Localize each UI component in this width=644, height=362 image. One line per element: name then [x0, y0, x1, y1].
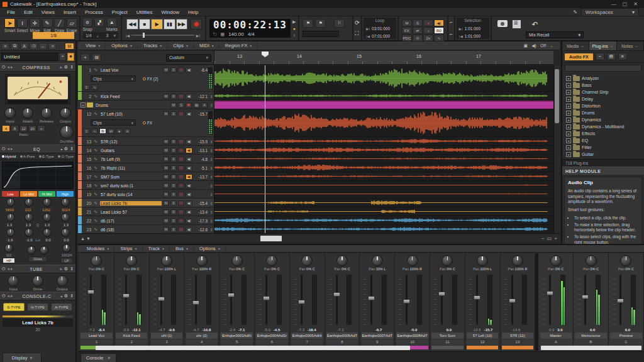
record-icon[interactable]: ● — [423, 19, 433, 26]
close-icon[interactable]: ✕ — [108, 356, 111, 361]
add-preset-button[interactable]: + — [59, 53, 66, 61]
eq-low-q-knob[interactable] — [6, 213, 15, 222]
add-module-icon[interactable]: + — [60, 65, 62, 70]
eq-lo-mid-freq-knob[interactable] — [25, 198, 33, 207]
prev-marker-icon[interactable]: ⌐ — [450, 19, 453, 25]
track-volume-value[interactable]: -17.3 — [194, 219, 208, 223]
solo-button[interactable]: S — [170, 94, 177, 99]
eq-mode-hybrid[interactable]: Hybrid — [2, 155, 16, 158]
mute-button[interactable]: M — [163, 192, 169, 197]
console-menu-modules[interactable]: Modules▾ — [82, 246, 114, 251]
console-strip-4[interactable]: Pan 100% R-4.7-10.8ohr (2)4 — [184, 253, 219, 351]
plugin-folder-dynamics---multiband[interactable]: +Dynamics - Multiband — [566, 123, 644, 130]
expand-icon[interactable]: + — [566, 104, 571, 109]
mix-fx-button[interactable]: FX — [402, 27, 412, 34]
pan-knob[interactable] — [407, 255, 418, 266]
volume-fader[interactable] — [160, 275, 162, 325]
console-strip-6[interactable]: Pan 0% C-5.0-4.5Erthqke0004AdSr6 — [255, 253, 290, 351]
ratio-8-button[interactable]: 8 — [11, 125, 19, 132]
volume-value[interactable]: 0.0 — [590, 328, 595, 332]
mute-button[interactable]: M — [163, 156, 169, 162]
plugin-folder-channel-strip[interactable]: +Channel Strip — [566, 89, 644, 96]
gear-icon[interactable]: ⚙ — [64, 65, 68, 70]
input-echo-button[interactable]: ◀) — [186, 156, 192, 162]
input-echo-button[interactable]: ◀) — [186, 111, 192, 117]
console-tab[interactable]: Console✕ — [80, 353, 116, 362]
track-name[interactable]: SM7 Sum — [100, 175, 162, 179]
arm-record-button[interactable] — [178, 200, 184, 206]
eq-low-lvl-knob[interactable] — [6, 228, 15, 237]
folder-expand-icon[interactable]: + — [80, 102, 86, 107]
track-header-15[interactable]: 15∿7b Left (9)MS◀)-4.8⇕ — [78, 155, 214, 163]
export-document-icon[interactable] — [513, 20, 521, 28]
track-header-20[interactable]: 20∿Lead Licks 7bMS◀)-15.4⇕ — [78, 199, 214, 207]
loop-start-time[interactable]: 03:01:000 — [372, 26, 390, 31]
fx-bin[interactable]: FX (2) — [143, 77, 158, 81]
sync-icon[interactable]: ⊙ — [413, 35, 423, 41]
eq-hi-mid-q-knob[interactable] — [43, 213, 52, 222]
volume-fader[interactable] — [619, 275, 621, 325]
fader-thumb[interactable] — [87, 290, 94, 294]
strip-name[interactable]: Earthqke0007AdT — [362, 332, 393, 339]
strip-name[interactable]: Earthqke0008AdT — [396, 332, 428, 339]
expand-icon[interactable]: + — [566, 131, 571, 136]
track-name[interactable]: Lead Licks 57 — [100, 210, 162, 214]
play-marker-icon[interactable]: ▶ — [292, 19, 296, 25]
tempo-display[interactable]: 140.00 — [228, 31, 243, 37]
expand-icon[interactable]: ⇕ — [209, 192, 214, 197]
strip-name[interactable]: Preview — [610, 332, 641, 339]
strip-name[interactable]: Earthqke0006AdT — [326, 332, 358, 339]
archive-button[interactable]: A — [201, 102, 208, 108]
eq-hi-mid-lvl-knob[interactable] — [43, 228, 52, 237]
eq-lo-mid-lvl-knob[interactable] — [25, 228, 33, 237]
ratio-12-button[interactable]: 12 — [19, 125, 28, 132]
solo-button[interactable]: S — [170, 165, 177, 171]
audio-fx-filter-button[interactable]: Audio FX — [565, 53, 593, 60]
track-volume-value[interactable]: -15.9 — [194, 140, 208, 144]
compressor-header[interactable]: ⏻◂ ▸ COMPRESS +⚙⇕ — [0, 63, 75, 72]
now-time-marker[interactable] — [262, 52, 269, 57]
track-header-16[interactable]: 16∿7b Right (11)MS◀)-5.1⇕ — [78, 163, 214, 172]
aim-assist-toggle[interactable]: Off — [540, 43, 546, 48]
arm-record-button[interactable] — [178, 165, 184, 171]
audition-icon[interactable]: ◀) — [531, 43, 536, 48]
play-button[interactable]: ▶ — [151, 19, 163, 30]
collapse-module-icon[interactable]: ⇕ — [70, 65, 74, 70]
plugin-folder-filter[interactable]: +Filter — [566, 144, 644, 151]
draw-resolution-dropdown[interactable]: 1/8 — [33, 32, 74, 39]
solo-button[interactable]: S — [170, 148, 177, 153]
console-strip-B[interactable]: Pan 0% C0.0MetronomeB — [574, 253, 609, 351]
volume-value[interactable]: -5.0 — [411, 328, 417, 332]
preset-name-input[interactable]: Untitled — [1, 53, 58, 61]
track-name[interactable]: 7b Left (9) — [100, 157, 162, 162]
track-volume-value[interactable]: -13.1 — [194, 148, 208, 153]
scroll-down-icon[interactable]: ▼ — [86, 236, 91, 241]
solo-button[interactable]: S — [170, 200, 177, 206]
compressor-release-knob[interactable] — [41, 107, 52, 119]
menu-help[interactable]: Help — [184, 9, 203, 16]
track-header-13[interactable]: 13∿57R (12)MS◀)-15.9⇕ — [78, 137, 214, 146]
fader-thumb[interactable] — [474, 295, 480, 300]
arm-record-button[interactable] — [178, 156, 184, 162]
browser-tab-media[interactable]: Media⌄ — [562, 41, 589, 50]
volume-fader[interactable] — [406, 275, 408, 325]
mute-button[interactable]: M — [163, 94, 169, 99]
list-icon[interactable]: ≡ — [48, 43, 57, 50]
track-header-2[interactable]: 2∿Kick FeedMS◀)-12.1⇕ — [78, 92, 214, 101]
solo-button[interactable]: S — [178, 102, 184, 108]
track-volume-value[interactable]: -12.1 — [194, 94, 208, 99]
insert-track-button[interactable]: ⊞ — [92, 53, 101, 62]
browser-tab-plug-ins[interactable]: Plug-ins⌄ — [589, 41, 616, 50]
track-name[interactable]: Guitars — [100, 148, 162, 153]
pan-knob[interactable] — [336, 255, 348, 266]
rewind-button[interactable]: ◀◀ — [126, 19, 138, 30]
fader-thumb[interactable] — [403, 299, 410, 304]
mute-button[interactable]: M — [163, 227, 169, 233]
fader-thumb[interactable] — [438, 292, 445, 296]
expand-icon[interactable]: + — [566, 145, 571, 150]
stop-button[interactable]: ■ — [139, 19, 151, 30]
pan-knob[interactable] — [512, 255, 523, 266]
volume-value[interactable]: -4.5 — [274, 328, 280, 332]
fast-forward-button[interactable]: ▶▶ — [176, 19, 188, 30]
menu-process[interactable]: Process — [80, 9, 108, 16]
